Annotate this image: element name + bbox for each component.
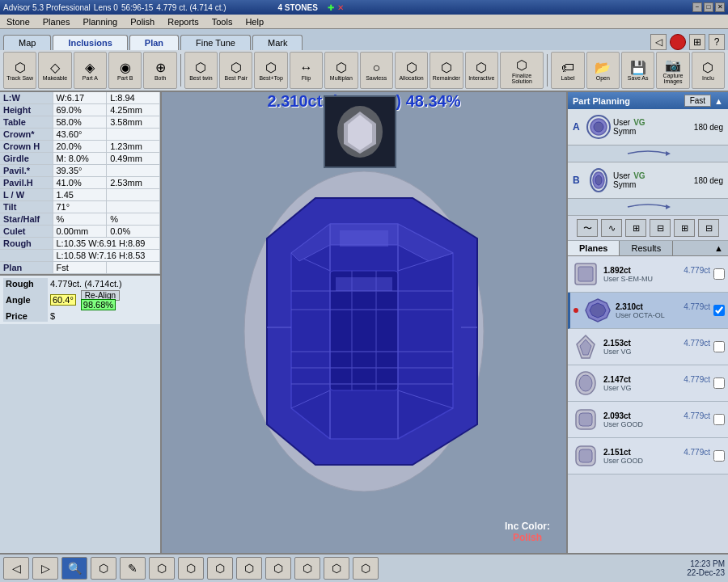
finalize-button[interactable]: ⬡ Finalize Solution [500,52,544,89]
tab-inclusions[interactable]: Inclusions [53,35,127,50]
status-btn-10[interactable]: ⬡ [265,557,291,580]
collapse-panel-button[interactable]: ▲ [714,96,723,106]
plus-icon[interactable]: ✚ [328,3,334,12]
tab-plan[interactable]: Plan [129,35,179,50]
stone-row-4[interactable]: 2.147ct 4.779ct User VG [568,365,728,402]
besttop-button[interactable]: ⬡ Best+Top [254,52,287,89]
interactive-button[interactable]: ⬡ Interactive [465,52,498,89]
stone-checkbox-1[interactable] [713,268,725,280]
ctrl-grid-button[interactable]: ⊞ [625,219,646,237]
menu-planning[interactable]: Planning [79,16,121,27]
shape-row-b[interactable]: B User VG Symm 180 deg [568,162,728,199]
capture-button[interactable]: 📷 Capture Images [656,52,689,89]
partb-button[interactable]: ◉ Part B [108,52,142,89]
saveas-button[interactable]: 💾 Save As [621,52,654,89]
sep2 [547,54,548,86]
close-button[interactable]: ✕ [715,2,725,12]
stone-ct-4: 2.147ct [603,375,631,384]
gem-diagram [235,166,493,505]
menu-tools[interactable]: Tools [209,16,236,27]
tab-mark[interactable]: Mark [252,35,303,50]
ctrl-expand-button[interactable]: ⊞ [674,219,695,237]
ctrl-wave-button[interactable]: 〜 [577,219,598,237]
stone-checkbox-4[interactable] [713,377,725,389]
status-btn-3[interactable]: 🔍 [61,557,87,580]
saveas-icon: 💾 [630,60,646,75]
open-button[interactable]: 📂 Open [586,52,620,89]
stone-row-2[interactable]: 2.310ct 4.779ct User OCTA-OL [568,293,728,329]
results-tab[interactable]: Results [620,241,673,255]
tab-finetune[interactable]: Fine Tune [180,35,251,50]
status-btn-9[interactable]: ⬡ [236,557,262,580]
stones-list[interactable]: 1.892ct 4.779ct User S-EM-MU [568,256,728,553]
close-x-icon[interactable]: ✕ [337,3,344,12]
prop-label [0,250,53,262]
planes-tab[interactable]: Planes [568,241,620,255]
ctrl-curve-button[interactable]: ∿ [601,219,622,237]
sawless-button[interactable]: ○ Sawless [360,52,393,89]
tab-map[interactable]: Map [3,35,51,50]
menu-reports[interactable]: Reports [164,16,202,27]
multiplan-button[interactable]: ⬡ Multiplan [324,52,358,89]
status-btn-12[interactable]: ⬡ [324,557,349,580]
stone-row-1[interactable]: 1.892ct 4.779ct User S-EM-MU [568,256,728,293]
status-btn-4[interactable]: ⬡ [91,557,116,580]
stone-row-top-3: 2.153ct 4.779ct [603,339,710,348]
status-btn-2[interactable]: ▷ [32,557,58,580]
shape-grade-a: VG [633,118,645,127]
stone-vals-1: 1.892ct 4.779ct User S-EM-MU [603,266,710,283]
bestpair-button[interactable]: ⬡ Best Pair [219,52,252,89]
table-row: Plan Fst [0,262,160,274]
stone-name-5: User GOOD [603,420,710,428]
window-buttons[interactable]: − □ ✕ [692,2,725,12]
ctrl-shrink-button[interactable]: ⊟ [698,219,719,237]
table-row: Rough L:10.35 W:6.91 H:8.89 [0,238,160,250]
maximize-button[interactable]: □ [704,2,713,12]
parta-button[interactable]: ◈ Part A [74,52,107,89]
shape-row-a[interactable]: A User VG Symm 180 deg [568,109,728,146]
status-btn-6[interactable]: ⬡ [149,557,175,580]
status-btn-8[interactable]: ⬡ [207,557,233,580]
makeable-button[interactable]: ◇ Makeable [38,52,71,89]
shape-arrow-b [568,199,728,216]
menu-polish[interactable]: Polish [127,16,158,27]
stone-row-6[interactable]: 2.151ct 4.779ct User GOOD [568,438,728,474]
stone-checkbox-3[interactable] [713,341,725,352]
clock-display: 12:23 PM 22-Dec-23 [687,559,725,577]
panel-collapse-button[interactable]: ▲ [709,241,728,255]
ctrl-grid2-button[interactable]: ⊟ [650,219,671,237]
status-btn-5[interactable]: ✎ [120,557,146,580]
svg-marker-35 [340,230,388,247]
stone-checkbox-2[interactable] [713,305,725,316]
gem-svg-container[interactable] [235,117,493,553]
nav-help-button[interactable]: ? [709,34,725,50]
allocation-button[interactable]: ⬡ Allocation [395,52,428,89]
remainder-button[interactable]: ⬡ Remainder [430,52,463,89]
besttwin-button[interactable]: ⬡ Best twin [184,52,218,89]
minimize-button[interactable]: − [692,2,702,12]
stone-vals-4: 2.147ct 4.779ct User VG [603,375,710,392]
status-btn-7[interactable]: ⬡ [178,557,204,580]
stone-row-3[interactable]: 2.153ct 4.779ct User VG [568,329,728,365]
part-planning-title: Part Planning [573,96,630,106]
status-btn-13[interactable]: ⬡ [353,557,379,580]
status-btn-11[interactable]: ⬡ [294,557,320,580]
stone-checkbox-6[interactable] [713,450,725,462]
nav-grid-button[interactable]: ⊞ [689,34,705,50]
both-button[interactable]: ⊕ Both [143,52,176,89]
flip-button[interactable]: ↔ Flip [290,52,323,89]
tracksaw-button[interactable]: ⬡ Track Saw [3,52,36,89]
label-button[interactable]: 🏷 Label [551,52,584,89]
menu-help[interactable]: Help [242,16,267,27]
menu-stone[interactable]: Stone [3,16,33,27]
nav-back-button[interactable]: ◁ [650,34,667,50]
prop-val1: 58.0% [53,116,107,129]
status-btn-1[interactable]: ◁ [3,557,29,580]
fast-button[interactable]: Fast [684,95,711,107]
menu-planes[interactable]: Planes [40,16,74,27]
stone-checkbox-5[interactable] [713,414,725,425]
prop-val1: W:6.17 [53,92,107,104]
stone-row-5[interactable]: 2.093ct 4.779ct User GOOD [568,402,728,438]
inclu-button[interactable]: ⬡ Inclu [692,52,725,89]
prop-val2: 0.0% [107,226,160,238]
